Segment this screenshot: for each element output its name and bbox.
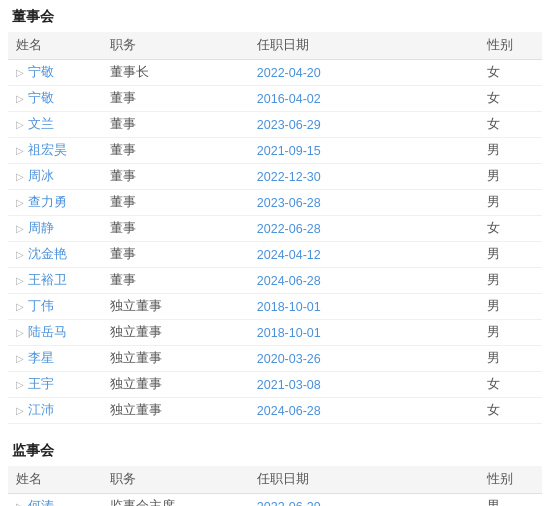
board-cell-position: 独立董事 <box>102 320 249 346</box>
board-name-text: 陆岳马 <box>28 324 67 341</box>
supervisory-cell-position: 监事会主席 <box>102 494 249 507</box>
board-cell-gender: 男 <box>479 164 542 190</box>
board-cell-gender: 男 <box>479 346 542 372</box>
board-cell-name[interactable]: ▷ 查力勇 <box>8 190 102 216</box>
board-cell-gender: 女 <box>479 372 542 398</box>
supervisory-table: 姓名 职务 任职日期 性别 ▷ 何涛 监事会主席 2022-06-29 男 ▷ <box>8 466 542 506</box>
board-cell-gender: 男 <box>479 320 542 346</box>
board-row: ▷ 查力勇 董事 2023-06-28 男 <box>8 190 542 216</box>
board-cell-gender: 男 <box>479 242 542 268</box>
board-cell-date: 2021-03-08 <box>249 372 479 398</box>
board-cell-position: 董事 <box>102 164 249 190</box>
board-cell-name[interactable]: ▷ 李星 <box>8 346 102 372</box>
board-cell-position: 董事 <box>102 112 249 138</box>
board-cell-date: 2023-06-28 <box>249 190 479 216</box>
board-name-text: 江沛 <box>28 402 54 419</box>
board-row: ▷ 宁敬 董事长 2022-04-20 女 <box>8 60 542 86</box>
board-name-text: 周静 <box>28 220 54 237</box>
board-cell-position: 董事 <box>102 268 249 294</box>
board-row: ▷ 周静 董事 2022-06-28 女 <box>8 216 542 242</box>
board-cell-date: 2022-06-28 <box>249 216 479 242</box>
board-cell-name[interactable]: ▷ 江沛 <box>8 398 102 424</box>
arrow-icon: ▷ <box>16 171 24 182</box>
board-cell-position: 董事 <box>102 190 249 216</box>
arrow-icon: ▷ <box>16 327 24 338</box>
board-cell-name[interactable]: ▷ 宁敬 <box>8 86 102 112</box>
supervisory-header-gender: 性别 <box>479 466 542 494</box>
board-cell-position: 董事 <box>102 86 249 112</box>
board-cell-date: 2018-10-01 <box>249 320 479 346</box>
board-cell-name[interactable]: ▷ 祖宏昊 <box>8 138 102 164</box>
board-name-text: 祖宏昊 <box>28 142 67 159</box>
board-header-gender: 性别 <box>479 32 542 60</box>
board-row: ▷ 李星 独立董事 2020-03-26 男 <box>8 346 542 372</box>
arrow-icon: ▷ <box>16 223 24 234</box>
board-name-text: 宁敬 <box>28 64 54 81</box>
arrow-icon: ▷ <box>16 379 24 390</box>
board-row: ▷ 文兰 董事 2023-06-29 女 <box>8 112 542 138</box>
board-cell-gender: 男 <box>479 138 542 164</box>
board-name-text: 丁伟 <box>28 298 54 315</box>
arrow-icon: ▷ <box>16 93 24 104</box>
arrow-icon: ▷ <box>16 301 24 312</box>
board-cell-gender: 女 <box>479 216 542 242</box>
board-cell-position: 独立董事 <box>102 372 249 398</box>
board-cell-name[interactable]: ▷ 王裕卫 <box>8 268 102 294</box>
board-title: 董事会 <box>0 0 550 32</box>
board-cell-position: 董事 <box>102 216 249 242</box>
supervisory-cell-date: 2022-06-29 <box>249 494 479 507</box>
board-cell-gender: 女 <box>479 86 542 112</box>
board-name-text: 王宇 <box>28 376 54 393</box>
arrow-icon: ▷ <box>16 145 24 156</box>
arrow-icon: ▷ <box>16 405 24 416</box>
board-cell-name[interactable]: ▷ 宁敬 <box>8 60 102 86</box>
supervisory-cell-name[interactable]: ▷ 何涛 <box>8 494 102 507</box>
board-cell-gender: 女 <box>479 398 542 424</box>
board-name-text: 沈金艳 <box>28 246 67 263</box>
board-cell-position: 独立董事 <box>102 398 249 424</box>
board-cell-date: 2022-04-20 <box>249 60 479 86</box>
board-row: ▷ 沈金艳 董事 2024-04-12 男 <box>8 242 542 268</box>
board-name-text: 周冰 <box>28 168 54 185</box>
supervisory-table-container: 姓名 职务 任职日期 性别 ▷ 何涛 监事会主席 2022-06-29 男 ▷ <box>0 466 550 506</box>
board-cell-name[interactable]: ▷ 陆岳马 <box>8 320 102 346</box>
board-row: ▷ 陆岳马 独立董事 2018-10-01 男 <box>8 320 542 346</box>
board-cell-name[interactable]: ▷ 文兰 <box>8 112 102 138</box>
board-header-name: 姓名 <box>8 32 102 60</box>
arrow-icon: ▷ <box>16 249 24 260</box>
supervisory-section: 监事会 姓名 职务 任职日期 性别 ▷ 何涛 监事会主席 2022-06-29 <box>0 434 550 506</box>
board-cell-date: 2022-12-30 <box>249 164 479 190</box>
board-cell-position: 董事 <box>102 242 249 268</box>
board-cell-position: 董事 <box>102 138 249 164</box>
board-cell-date: 2024-06-28 <box>249 398 479 424</box>
board-cell-name[interactable]: ▷ 周冰 <box>8 164 102 190</box>
board-cell-name[interactable]: ▷ 丁伟 <box>8 294 102 320</box>
board-row: ▷ 周冰 董事 2022-12-30 男 <box>8 164 542 190</box>
board-cell-name[interactable]: ▷ 周静 <box>8 216 102 242</box>
board-cell-date: 2024-06-28 <box>249 268 479 294</box>
board-table-container: 姓名 职务 任职日期 性别 ▷ 宁敬 董事长 2022-04-20 女 ▷ <box>0 32 550 434</box>
board-cell-position: 董事长 <box>102 60 249 86</box>
board-cell-position: 独立董事 <box>102 346 249 372</box>
board-cell-gender: 男 <box>479 190 542 216</box>
supervisory-header-date: 任职日期 <box>249 466 479 494</box>
board-row: ▷ 江沛 独立董事 2024-06-28 女 <box>8 398 542 424</box>
supervisory-title: 监事会 <box>0 434 550 466</box>
board-cell-date: 2024-04-12 <box>249 242 479 268</box>
supervisory-header-name: 姓名 <box>8 466 102 494</box>
board-cell-name[interactable]: ▷ 沈金艳 <box>8 242 102 268</box>
board-cell-gender: 男 <box>479 268 542 294</box>
board-cell-name[interactable]: ▷ 王宇 <box>8 372 102 398</box>
supervisory-cell-gender: 男 <box>479 494 542 507</box>
supervisory-header-row: 姓名 职务 任职日期 性别 <box>8 466 542 494</box>
board-cell-gender: 女 <box>479 60 542 86</box>
board-name-text: 文兰 <box>28 116 54 133</box>
arrow-icon: ▷ <box>16 353 24 364</box>
supervisory-row: ▷ 何涛 监事会主席 2022-06-29 男 <box>8 494 542 507</box>
board-cell-date: 2021-09-15 <box>249 138 479 164</box>
board-row: ▷ 祖宏昊 董事 2021-09-15 男 <box>8 138 542 164</box>
arrow-icon: ▷ <box>16 501 24 506</box>
board-row: ▷ 宁敬 董事 2016-04-02 女 <box>8 86 542 112</box>
board-header-row: 姓名 职务 任职日期 性别 <box>8 32 542 60</box>
arrow-icon: ▷ <box>16 197 24 208</box>
